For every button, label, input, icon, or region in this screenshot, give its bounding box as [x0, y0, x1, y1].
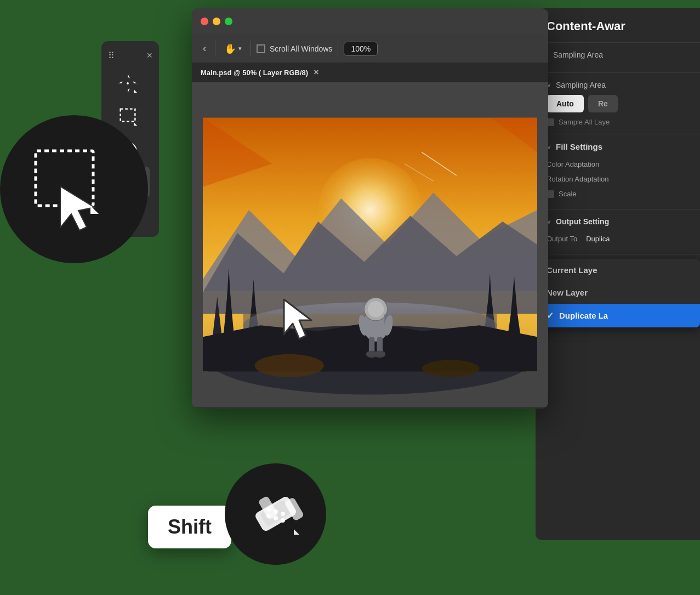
- hand-tool-button[interactable]: ✋ ▾: [221, 41, 245, 57]
- scroll-all-checkbox[interactable]: [257, 44, 265, 53]
- svg-point-7: [127, 82, 129, 84]
- document-tab[interactable]: Main.psd @ 50% ( Layer RGB/8) ×: [192, 63, 548, 82]
- minimize-button[interactable]: [213, 18, 220, 25]
- sample-all-layers-row: Sample All Laye: [547, 118, 689, 126]
- marquee-tool-icon: [116, 105, 139, 128]
- duplicate-layer-option[interactable]: ✓ Duplicate La: [536, 304, 700, 327]
- svg-marker-6: [129, 81, 137, 83]
- toolbar-sep-2: [251, 41, 251, 56]
- color-adaptation-row: Color Adaptation: [547, 157, 689, 172]
- svg-marker-5: [118, 81, 127, 83]
- back-button[interactable]: ‹: [200, 41, 209, 56]
- tab-close-button[interactable]: ×: [314, 67, 318, 77]
- titlebar: [192, 8, 548, 35]
- heal-tool-icon: [246, 484, 306, 545]
- new-layer-option[interactable]: New Layer: [536, 281, 700, 304]
- scene-svg: [203, 82, 537, 407]
- dropdown-chevron-icon: ▾: [238, 45, 242, 52]
- svg-marker-1: [60, 186, 94, 230]
- sampling-area-collapsed-header[interactable]: › Sampling Area: [547, 50, 689, 59]
- traffic-lights: [201, 18, 232, 25]
- ps-toolbar: ‹ ✋ ▾ Scroll All Windows 100%: [192, 35, 548, 63]
- reset-button[interactable]: Re: [588, 95, 618, 112]
- shift-key-popup: Shift: [148, 506, 231, 548]
- tool-move[interactable]: [106, 68, 150, 99]
- panel-close-icon[interactable]: ×: [146, 50, 152, 61]
- svg-rect-47: [369, 337, 375, 353]
- auto-button[interactable]: Auto: [547, 95, 584, 112]
- scale-row: Scale: [547, 186, 689, 201]
- svg-marker-8: [134, 89, 137, 93]
- output-dropdown-menu: Current Laye New Layer ✓ Duplicate La: [536, 259, 700, 327]
- svg-point-50: [374, 351, 385, 358]
- maximize-button[interactable]: [225, 18, 232, 25]
- sampling-area-expanded-section: ∨ Sampling Area Auto Re Sample All Laye: [536, 73, 700, 134]
- svg-rect-48: [377, 337, 383, 353]
- svg-point-51: [255, 354, 324, 377]
- output-to-row: Output To Duplica: [547, 231, 689, 246]
- rotation-adaptation-row: Rotation Adaptation: [547, 172, 689, 186]
- fill-settings-header[interactable]: ∨ Fill Settings: [547, 142, 689, 151]
- tool-panel-header: ⠿ ×: [106, 48, 155, 66]
- current-layer-option[interactable]: Current Laye: [536, 259, 700, 281]
- svg-point-43: [368, 301, 384, 317]
- svg-point-52: [422, 360, 480, 377]
- photoshop-window: ‹ ✋ ▾ Scroll All Windows 100% Main.psd @…: [192, 8, 548, 409]
- panel-title: Content-Awar: [536, 19, 700, 43]
- svg-point-60: [281, 512, 285, 516]
- svg-marker-10: [134, 122, 137, 126]
- fill-settings-section: ∨ Fill Settings Color Adaptation Rotatio…: [536, 134, 700, 209]
- heal-tool-circle: [225, 463, 326, 565]
- output-settings-header[interactable]: ∨ Output Setting: [547, 217, 689, 226]
- move-tool-icon: [116, 72, 139, 95]
- zoom-level-button[interactable]: 100%: [344, 42, 378, 56]
- dots-icon: ⠿: [108, 50, 116, 61]
- close-button[interactable]: [201, 18, 208, 25]
- svg-rect-9: [121, 109, 135, 122]
- selection-tool-large-icon: [27, 143, 121, 236]
- artwork-area: [203, 82, 537, 407]
- sampling-area-expanded-header[interactable]: ∨ Sampling Area: [547, 81, 689, 89]
- ps-canvas: [192, 82, 548, 407]
- toolbar-sep-1: [215, 41, 215, 56]
- scroll-all-windows-label: Scroll All Windows: [257, 44, 332, 53]
- svg-marker-66: [294, 529, 299, 535]
- selection-tool-circle: [0, 115, 148, 263]
- right-panel: Content-Awar › Sampling Area ∨ Sampling …: [536, 8, 700, 540]
- svg-marker-4: [128, 84, 130, 93]
- output-settings-section: ∨ Output Setting Output To Duplica: [536, 209, 700, 254]
- toolbar-sep-3: [338, 41, 338, 56]
- sampling-btn-row: Auto Re: [547, 95, 689, 112]
- svg-point-63: [281, 518, 285, 523]
- hand-icon: ✋: [224, 43, 236, 55]
- sampling-area-collapsed-section: › Sampling Area: [536, 43, 700, 73]
- svg-marker-3: [128, 74, 130, 82]
